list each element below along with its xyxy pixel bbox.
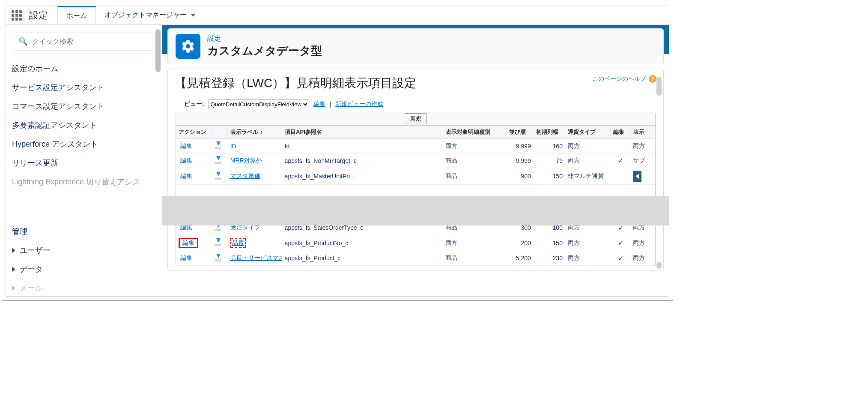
row-editable <box>611 139 631 153</box>
row-api: appsfs_fs_Product_c <box>282 251 443 265</box>
page-eyebrow: 設定 <box>207 34 322 43</box>
sidebar-item-hyperforce-assistant[interactable]: Hyperforce アシスタント <box>6 135 162 153</box>
tab-object-manager[interactable]: オブジェクトマネージャー <box>96 6 204 24</box>
th-label[interactable]: 表示ラベル↑ <box>228 126 282 139</box>
app-launcher-button[interactable] <box>6 6 27 24</box>
sidebar-item-lex-assistant[interactable]: Lightning Experience 切り替えアシス <box>6 172 162 191</box>
row-display: 両方 <box>630 235 655 251</box>
th-order[interactable]: 並び順 <box>506 126 533 139</box>
th-action[interactable]: アクション <box>176 126 212 139</box>
data-table: アクション 表示ラベル↑ 項目API参照名 表示対象明細種別 並び順 初期列幅 … <box>176 126 655 266</box>
row-api: appsfs_fs_NonMrrTarget_c <box>282 153 443 168</box>
row-label-link[interactable]: マスタ単価 <box>230 172 260 179</box>
row-editable: ✓ <box>611 251 631 265</box>
new-view-link[interactable]: 新規ビューの作成 <box>335 100 383 108</box>
quick-find[interactable]: 🔍 <box>14 33 154 51</box>
sidebar-group-label: データ <box>20 264 43 274</box>
row-editable: ✓ <box>611 235 631 251</box>
sidebar-group-mail[interactable]: メール <box>6 279 162 296</box>
sidebar-group-data[interactable]: データ <box>6 260 162 279</box>
window-frame: 設定 ホーム オブジェクトマネージャー 🔍 設定のホーム サービス設定アシスタン… <box>2 2 673 301</box>
check-icon: ✓ <box>618 239 623 247</box>
download-icon[interactable] <box>214 254 222 262</box>
body: 🔍 設定のホーム サービス設定アシスタント コマース設定アシスタント 多要素認証… <box>6 25 669 296</box>
list-title: 【見積登録（LWC）】見積明細表示項目設定 <box>175 75 416 91</box>
sidebar-item-service-assistant[interactable]: サービス設定アシスタント <box>6 78 162 97</box>
new-button[interactable]: 新規 <box>405 113 427 124</box>
row-editable <box>611 168 631 185</box>
table-header-row: アクション 表示ラベル↑ 項目API参照名 表示対象明細種別 並び順 初期列幅 … <box>176 126 655 139</box>
sidebar-group-users[interactable]: ユーザー <box>6 241 162 260</box>
sidebar-scrollbar[interactable] <box>155 29 161 72</box>
download-icon[interactable] <box>214 172 222 180</box>
row-api: Id <box>282 139 443 153</box>
row-width: 79 <box>534 153 565 168</box>
search-icon: 🔍 <box>18 37 28 46</box>
row-api: appsfs_fs_ProductNo_c <box>282 235 443 251</box>
table-row: 編集マスタ単価appsfs_fs_MasterUnitPri…商品900150非… <box>176 168 655 185</box>
edit-action[interactable]: 編集 <box>179 172 194 180</box>
row-label-link[interactable]: 品目・サービスマスタ <box>230 254 282 261</box>
row-type: 商品 <box>443 251 506 265</box>
row-width: 150 <box>534 235 565 251</box>
edit-view-link[interactable]: 編集 <box>313 100 325 108</box>
th-dl <box>212 126 228 139</box>
sidebar-item-release-updates[interactable]: リリース更新 <box>6 153 162 172</box>
edit-action[interactable]: 編集 <box>179 157 194 165</box>
content-scrollbar[interactable] <box>656 77 662 96</box>
row-currency: 非マルチ通貨 <box>565 168 611 185</box>
help-icon: ? <box>649 75 656 83</box>
th-currency[interactable]: 通貨タイプ <box>565 126 611 139</box>
sidebar-item-commerce-assistant[interactable]: コマース設定アシスタント <box>6 97 162 116</box>
waffle-icon <box>12 10 22 21</box>
th-api[interactable]: 項目API参照名 <box>282 126 443 139</box>
chevron-right-icon <box>12 248 15 253</box>
edit-action[interactable]: 編集 <box>179 142 194 150</box>
table-row: 編集MRR対象外appsfs_fs_NonMrrTarget_c商品9,9997… <box>176 153 655 168</box>
download-icon[interactable] <box>214 156 222 164</box>
sidebar-item-setup-home[interactable]: 設定のホーム <box>6 59 162 78</box>
flag-icon[interactable] <box>633 171 641 182</box>
table-row: 編集IDId両方9,999160両方両方 <box>176 139 655 153</box>
check-icon: ✓ <box>618 157 623 164</box>
sidebar-heading-admin: 管理 <box>6 222 162 241</box>
edit-action[interactable]: 編集 <box>179 254 194 262</box>
row-label-link[interactable]: MRR対象外 <box>230 157 262 164</box>
gear-icon <box>176 34 200 59</box>
row-label-link[interactable]: ID <box>230 143 236 150</box>
page-header-text: 設定 カスタムメタデータ型 <box>207 34 322 58</box>
row-currency: 両方 <box>565 153 611 168</box>
topbar: 設定 ホーム オブジェクトマネージャー <box>6 6 669 25</box>
row-order: 9,999 <box>506 153 533 168</box>
view-select[interactable]: QuoteDetailCustomDisplayFieldView <box>209 99 309 109</box>
help-link[interactable]: このページのヘルプ ? <box>592 75 656 83</box>
check-icon: ✓ <box>618 255 623 262</box>
th-display[interactable]: 表示 <box>630 126 655 139</box>
download-icon[interactable] <box>214 141 222 149</box>
tab-home[interactable]: ホーム <box>57 6 96 24</box>
content-scrollbar-bottom[interactable] <box>656 262 662 269</box>
quick-find-input[interactable] <box>31 37 149 46</box>
row-type: 両方 <box>443 139 506 153</box>
app-frame: 設定 ホーム オブジェクトマネージャー 🔍 設定のホーム サービス設定アシスタン… <box>6 6 669 297</box>
view-label: ビュー: <box>184 100 204 108</box>
sidebar-group-label: メール <box>20 283 43 293</box>
tab-object-manager-label: オブジェクトマネージャー <box>104 11 187 20</box>
row-type: 商品 <box>443 153 506 168</box>
edit-action[interactable]: 編集 <box>181 239 196 247</box>
download-icon[interactable] <box>214 238 222 246</box>
row-display: 両方 <box>630 251 655 265</box>
row-order: 200 <box>506 235 533 251</box>
main: 設定 カスタムメタデータ型 【見積登録（LWC）】見積明細表示項目設定 このペー… <box>162 25 669 296</box>
page-title: カスタムメタデータ型 <box>207 43 322 58</box>
th-type[interactable]: 表示対象明細種別 <box>443 126 506 139</box>
th-editable[interactable]: 編集 <box>611 126 631 139</box>
sidebar-item-mfa-assistant[interactable]: 多要素認証アシスタント <box>6 116 162 135</box>
row-label-link[interactable]: 品番 <box>232 239 244 246</box>
row-display <box>630 168 655 185</box>
row-currency: 両方 <box>565 235 611 251</box>
data-table-wrap: 新規 アクション 表示ラベル↑ 項目API参 <box>176 112 656 266</box>
th-width[interactable]: 初期列幅 <box>534 126 565 139</box>
torn-overlay <box>162 196 669 226</box>
chevron-down-icon <box>191 14 195 17</box>
